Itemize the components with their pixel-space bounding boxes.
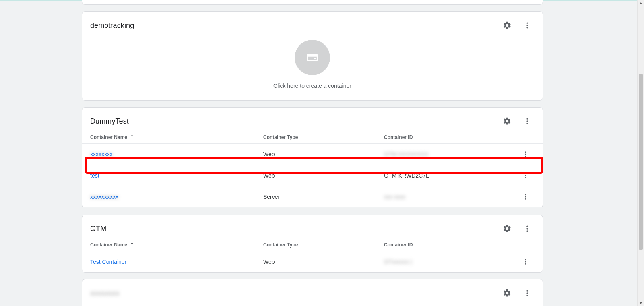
accounts-column: demotracking Click here to create a cont…: [82, 0, 543, 306]
table-header: Container Name Container Type Container …: [82, 304, 543, 306]
container-id: GTxxxxxx ): [384, 258, 412, 265]
svg-point-19: [525, 259, 526, 260]
settings-gear-icon[interactable]: [500, 114, 514, 128]
container-id: xxx xxxx: [384, 194, 405, 200]
more-actions-icon[interactable]: [520, 18, 535, 33]
scroll-up-arrow-icon[interactable]: [638, 0, 644, 7]
scrollbar-thumb[interactable]: [639, 74, 643, 250]
row-more-actions-icon[interactable]: [518, 254, 533, 269]
container-placeholder-icon: [295, 40, 330, 75]
account-title: DummyTest: [90, 117, 129, 126]
svg-point-14: [525, 196, 526, 198]
svg-point-0: [526, 23, 528, 24]
svg-point-10: [525, 173, 526, 174]
account-panel-gtm: GTM Container Name Container Type Contai…: [82, 215, 543, 273]
table-header: Container Name Container Type Container …: [82, 239, 543, 251]
svg-point-15: [525, 198, 526, 200]
more-actions-icon[interactable]: [520, 114, 535, 128]
panel-peek-top: [82, 0, 543, 5]
container-type: Web: [263, 258, 384, 265]
settings-gear-icon[interactable]: [500, 286, 514, 300]
column-header-type[interactable]: Container Type: [263, 134, 384, 140]
container-name-link[interactable]: xxxxxxxx: [90, 151, 113, 157]
column-header-id[interactable]: Container ID: [384, 242, 518, 248]
svg-point-21: [525, 263, 526, 265]
account-panel-redacted: xxxxxxxx Container Name Container Type C…: [82, 279, 543, 306]
svg-point-13: [525, 194, 526, 195]
svg-point-2: [526, 27, 528, 28]
container-type: Server: [263, 194, 384, 200]
account-title: demotracking: [90, 21, 134, 30]
table-header: Container Name Container Type Container …: [82, 132, 543, 144]
account-panel-dummytest: DummyTest Container Name Container Type …: [82, 107, 543, 208]
svg-point-1: [526, 25, 528, 26]
svg-point-9: [525, 156, 526, 157]
account-title: xxxxxxxx: [90, 289, 120, 298]
account-title: GTM: [90, 225, 106, 233]
svg-point-11: [525, 175, 526, 176]
container-id: GTM-XXXXXXXX: [384, 151, 428, 157]
sort-ascending-icon: [130, 134, 134, 140]
panel-header: DummyTest: [82, 108, 543, 132]
container-row[interactable]: xxxxxxxxxx Server xxx xxxx: [82, 186, 543, 208]
settings-gear-icon[interactable]: [500, 18, 514, 33]
account-panel-demotracking: demotracking Click here to create a cont…: [82, 11, 543, 101]
panel-actions: [500, 221, 535, 236]
panel-actions: [500, 114, 535, 128]
panel-header: xxxxxxxx: [82, 279, 543, 304]
row-more-actions-icon[interactable]: [518, 190, 533, 204]
container-row[interactable]: Test Container Web GTxxxxxx ): [82, 251, 543, 272]
column-header-name-label: Container Name: [90, 242, 127, 248]
svg-point-8: [525, 154, 526, 155]
sort-ascending-icon: [130, 242, 134, 248]
container-row-highlighted[interactable]: test Web GTM-KRWD2C7L: [82, 165, 543, 186]
panel-header: GTM: [82, 215, 543, 239]
panel-actions: [500, 18, 535, 33]
svg-point-20: [525, 261, 526, 263]
container-name-link[interactable]: Test Container: [90, 258, 126, 265]
scroll-down-arrow-icon[interactable]: [638, 299, 644, 306]
more-actions-icon[interactable]: [520, 286, 535, 300]
column-header-type[interactable]: Container Type: [263, 242, 384, 248]
container-name-link[interactable]: xxxxxxxxxx: [90, 194, 118, 200]
vertical-scrollbar[interactable]: [637, 0, 644, 306]
panel-header: demotracking: [82, 12, 543, 36]
svg-point-22: [526, 290, 528, 292]
svg-point-23: [526, 292, 528, 294]
svg-point-24: [526, 295, 528, 296]
svg-point-17: [526, 228, 528, 229]
svg-point-5: [526, 120, 528, 122]
container-type: Web: [263, 172, 384, 179]
svg-point-18: [526, 230, 528, 232]
container-id: GTM-KRWD2C7L: [384, 172, 518, 179]
scrollbar-track[interactable]: [638, 7, 644, 299]
column-header-name-label: Container Name: [90, 134, 127, 140]
empty-state[interactable]: Click here to create a container: [82, 36, 543, 100]
svg-point-16: [526, 226, 528, 227]
svg-point-6: [526, 123, 528, 124]
column-header-name[interactable]: Container Name: [90, 242, 263, 248]
row-more-actions-icon[interactable]: [518, 147, 533, 161]
empty-state-text: Click here to create a container: [273, 83, 351, 89]
settings-gear-icon[interactable]: [500, 221, 514, 236]
container-row[interactable]: xxxxxxxx Web GTM-XXXXXXXX: [82, 144, 543, 165]
container-name-link[interactable]: test: [90, 172, 99, 179]
panel-actions: [500, 286, 535, 300]
container-type: Web: [263, 151, 384, 157]
column-header-id[interactable]: Container ID: [384, 134, 518, 140]
svg-point-12: [525, 177, 526, 178]
more-actions-icon[interactable]: [520, 221, 535, 236]
row-more-actions-icon[interactable]: [518, 168, 533, 183]
svg-point-4: [526, 118, 528, 120]
column-header-name[interactable]: Container Name: [90, 134, 263, 140]
svg-point-7: [525, 151, 526, 153]
